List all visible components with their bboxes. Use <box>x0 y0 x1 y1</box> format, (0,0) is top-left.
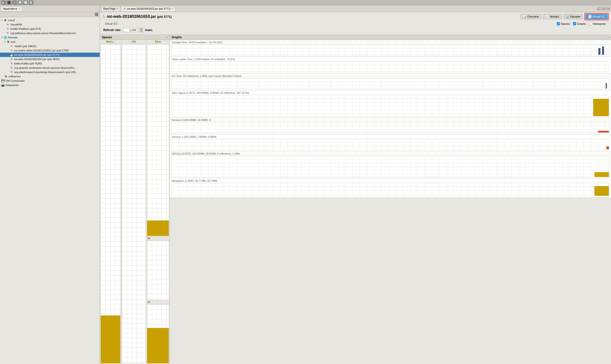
win-restore[interactable]: □ <box>602 7 605 10</box>
tree-item-remote[interactable]: ▼ 🌐 Remote <box>0 35 100 40</box>
monitor-tab[interactable]: 📈 Monitor <box>543 14 562 19</box>
snapshots-icon: 📷 <box>1 83 5 87</box>
spaces-panel-close[interactable]: × <box>166 36 167 39</box>
tree-item-visualvm[interactable]: ☕ VisualVM <box>0 22 100 27</box>
toolbar-icon-1[interactable]: ▶ <box>1 0 6 5</box>
toolbar-icon-2[interactable]: ⬛ <box>6 0 11 5</box>
checkboxes-row: Spaces Graphs Histogram <box>554 21 609 26</box>
compile-time-row: Compile Time: 15379 compiles – 1m 10.220… <box>170 40 611 57</box>
visual-gc-tab[interactable]: 📉 Visual GC <box>585 14 608 19</box>
eden-space-graph <box>172 95 609 116</box>
applications-tab-close[interactable]: × <box>18 7 20 10</box>
applications-tab[interactable]: Applications × <box>1 6 22 11</box>
graphs-panel: Graphs × Compile Time: 15379 compiles – … <box>170 35 611 364</box>
metaspace-row: Metaspace (1.059G, 66.773M): 63.793M <box>170 178 611 198</box>
tree-item-intellij[interactable]: ☕ IntelliJ Platform (pid 973) <box>0 27 100 31</box>
tree-item-test[interactable]: ▼ 🖥 test <box>0 40 100 44</box>
tree-item-maven[interactable]: ☕ org.jetbrains.idea.maven.server.Remote… <box>0 31 100 35</box>
tree-item-jstatd[interactable]: ☕ Jstatd (pid 16815) <box>0 44 100 48</box>
top-toolbar: ▶ ⬛ ⏸ 📊 📈 🔄 <box>0 0 611 5</box>
graphs-checkbox-label: Graphs <box>577 22 586 25</box>
left-tab-bar: Applications × <box>0 5 100 12</box>
graphs-panel-header: Graphs × <box>170 35 611 40</box>
toolbar-icon-6[interactable]: 🔄 <box>29 0 33 5</box>
class-loader-graph <box>172 61 609 72</box>
refresh-rate-unit: msec. <box>145 28 153 32</box>
s1-label: S1 <box>146 300 169 304</box>
tree-item-zookeeper[interactable]: ☕ org.apache.zookeeper.server.quorum.Quo… <box>0 66 100 70</box>
coredumps-label: VM Coredumps <box>6 79 25 82</box>
right-panel-content: ↻ iot-web-201802061653.jar (pid 3771) 📊 … <box>100 12 611 364</box>
panel-icon-1[interactable] <box>95 13 98 16</box>
test-icon: 🖥 <box>6 40 10 44</box>
visualvm-icon: ☕ <box>6 23 10 26</box>
right-panel: Start Page × ☕ iot-web-201802061653.jar … <box>100 5 611 364</box>
visual-gc-subtitle: Visual GC <box>102 21 120 26</box>
tree-item-iot-web-3771[interactable]: ☕ iot-web-201802061653.jar (pid 3771) <box>0 53 100 57</box>
tree-item-148server[interactable]: 🖥 148server <box>0 74 100 79</box>
survivor1-bar <box>606 146 609 149</box>
class-loader-row: Class Loader Time: 11184 loaded, 54 unlo… <box>170 57 611 74</box>
compile-time-label: Compile Time: 15379 compiles – 1m 10.220… <box>172 41 609 44</box>
jstatd-label: Jstatd (pid 16815) <box>14 45 36 48</box>
spinner-up[interactable]: ▲ <box>140 28 143 30</box>
tree-item-iot-online[interactable]: ☕ iot-online-delta-201801220921.jar (pid… <box>0 48 100 53</box>
toolbar-icon-4[interactable]: 📊 <box>18 0 22 5</box>
remote-label: Remote <box>8 36 18 39</box>
kafka-icon: ☕ <box>10 62 14 65</box>
148server-icon: 🖥 <box>4 75 8 78</box>
tree-item-snapshots[interactable]: 📷 Snapshots <box>0 83 100 87</box>
elasticsearch-icon: ☕ <box>10 70 14 74</box>
sampler-tab[interactable]: 🔬 Sampler <box>563 14 583 19</box>
spaces-checkbox-item: Spaces <box>557 22 570 25</box>
tree-item-elasticsearch[interactable]: ☕ org.elasticsearch.bootstrap.Elasticsea… <box>0 70 100 74</box>
s1-grid <box>147 304 169 364</box>
old-column: Old <box>121 40 147 364</box>
survivor0-row: Survivor 0 (443.000M, 18.000M): 0 <box>170 117 611 134</box>
win-minimize[interactable]: _ <box>597 7 601 10</box>
tree-item-kafka[interactable]: ☕ kafka.Kafka (pid 9180) <box>0 61 100 66</box>
tree-item-coredumps[interactable]: 💾 VM Coredumps <box>0 79 100 83</box>
toolbar-icon-5[interactable]: 📈 <box>23 0 28 5</box>
visual-gc-highlight: 📉 Visual GC <box>584 13 609 20</box>
spaces-checkbox[interactable] <box>557 22 560 25</box>
gc-time-bar <box>606 83 607 89</box>
test-label: test <box>11 40 15 43</box>
tree-item-iot-web-3825[interactable]: ☕ iot-web-201802061653.jar (pid 3825) <box>0 57 100 61</box>
coredumps-icon: 💾 <box>1 79 5 83</box>
visualgc-subheader: Visual GC Spaces Graphs Histogram <box>100 21 611 27</box>
class-loader-gridlines <box>172 61 609 72</box>
iot-web-tab[interactable]: ☕ iot-web-201802061653.jar (pid 3771) × <box>121 6 175 11</box>
intellij-icon: ☕ <box>6 27 10 31</box>
metaspace-graph <box>172 183 609 196</box>
tree-item-local[interactable]: ▼ 🖥 Local <box>0 18 100 22</box>
histogram-checkbox[interactable] <box>589 22 592 25</box>
gc-time-gridlines <box>172 78 609 89</box>
spaces-panel-header: Spaces × <box>100 35 169 40</box>
class-loader-label: Class Loader Time: 11184 loaded, 54 unlo… <box>172 58 609 61</box>
start-page-tab-label: Start Page <box>103 7 116 10</box>
eden-header: Eden <box>146 40 169 44</box>
refresh-rate-spinner[interactable]: ▲ ▼ <box>139 28 143 32</box>
graphs-panel-close[interactable]: × <box>608 36 609 39</box>
snapshots-label: Snapshots <box>6 84 18 87</box>
iot-web-tab-close[interactable]: × <box>172 7 173 10</box>
left-panel: Applications × ▼ 🖥 Local ☕ VisualVM <box>0 5 100 364</box>
overview-tab[interactable]: 📊 Overview <box>520 14 542 19</box>
compile-time-gridlines <box>172 44 609 55</box>
refresh-rate-input[interactable] <box>123 28 138 32</box>
win-close[interactable]: × <box>606 7 610 10</box>
histogram-checkbox-label: Histogram <box>593 22 606 25</box>
compile-time-graph <box>172 44 609 55</box>
left-panel-header <box>0 12 100 17</box>
start-page-close[interactable]: × <box>117 7 118 10</box>
start-page-tab[interactable]: Start Page × <box>101 6 120 11</box>
graphs-scroll[interactable]: Compile Time: 15379 compiles – 1m 10.220… <box>170 40 611 364</box>
sampler-label: Sampler <box>570 15 581 18</box>
refresh-rate-label: Refresh rate: <box>103 28 121 32</box>
eden-space-label: Eden Space (1.297G, 444.000M): 8.860M, 3… <box>172 91 609 94</box>
spinner-down[interactable]: ▼ <box>140 30 143 32</box>
graphs-checkbox[interactable] <box>573 22 576 25</box>
old-gen-label: Old Gen (2.597G, 263.000M): 39.552M, 9 c… <box>172 152 609 155</box>
toolbar-icon-3[interactable]: ⏸ <box>12 0 17 5</box>
